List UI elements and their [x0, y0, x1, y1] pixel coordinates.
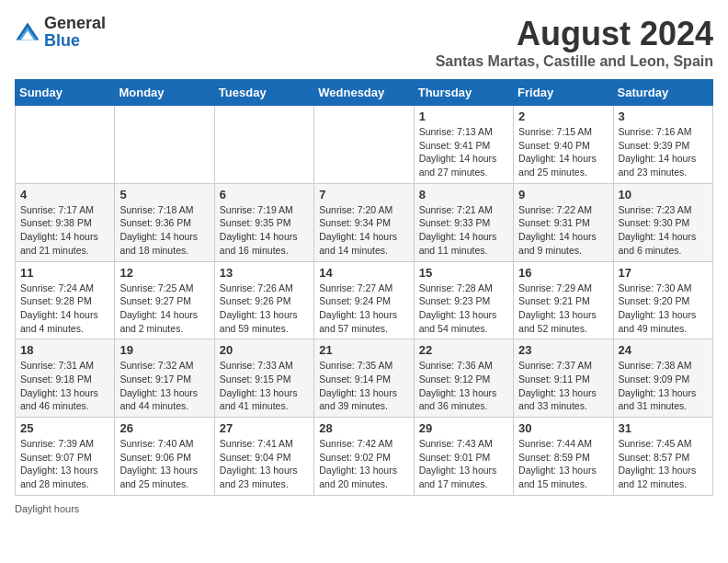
calendar-header-cell: Tuesday: [214, 80, 313, 106]
day-number: 4: [20, 188, 109, 201]
day-detail: Sunrise: 7:20 AM Sunset: 9:34 PM Dayligh…: [319, 203, 408, 258]
day-detail: Sunrise: 7:21 AM Sunset: 9:33 PM Dayligh…: [419, 203, 508, 258]
calendar-week-row: 4Sunrise: 7:17 AM Sunset: 9:38 PM Daylig…: [16, 183, 713, 261]
calendar-header-cell: Friday: [514, 80, 613, 106]
logo-blue: Blue: [44, 31, 80, 50]
day-number: 20: [220, 343, 309, 357]
day-detail: Sunrise: 7:24 AM Sunset: 9:28 PM Dayligh…: [20, 282, 109, 336]
calendar-cell: 20Sunrise: 7:33 AM Sunset: 9:15 PM Dayli…: [214, 339, 313, 418]
calendar-cell: 13Sunrise: 7:26 AM Sunset: 9:26 PM Dayli…: [214, 261, 313, 339]
day-detail: Sunrise: 7:37 AM Sunset: 9:11 PM Dayligh…: [518, 359, 608, 413]
calendar-cell: 19Sunrise: 7:32 AM Sunset: 9:17 PM Dayli…: [115, 339, 214, 418]
calendar-cell: [314, 106, 414, 184]
day-detail: Sunrise: 7:44 AM Sunset: 8:59 PM Dayligh…: [518, 437, 608, 491]
calendar-cell: 24Sunrise: 7:38 AM Sunset: 9:09 PM Dayli…: [613, 339, 712, 418]
day-detail: Sunrise: 7:16 AM Sunset: 9:39 PM Dayligh…: [619, 125, 708, 179]
day-number: 19: [119, 343, 209, 357]
day-number: 26: [119, 421, 209, 435]
calendar-cell: 26Sunrise: 7:40 AM Sunset: 9:06 PM Dayli…: [115, 418, 214, 496]
day-detail: Sunrise: 7:30 AM Sunset: 9:20 PM Dayligh…: [619, 282, 708, 336]
calendar-header-cell: Wednesday: [314, 80, 414, 106]
calendar-cell: [115, 106, 214, 184]
day-detail: Sunrise: 7:15 AM Sunset: 9:40 PM Dayligh…: [518, 125, 608, 179]
day-number: 24: [619, 343, 708, 357]
day-number: 1: [419, 109, 508, 123]
calendar-cell: 1Sunrise: 7:13 AM Sunset: 9:41 PM Daylig…: [414, 106, 513, 184]
day-number: 13: [220, 266, 309, 280]
day-detail: Sunrise: 7:13 AM Sunset: 9:41 PM Dayligh…: [419, 125, 508, 179]
calendar-header-cell: Saturday: [613, 80, 712, 106]
calendar-cell: 14Sunrise: 7:27 AM Sunset: 9:24 PM Dayli…: [314, 261, 414, 339]
day-number: 30: [518, 421, 608, 435]
footer-note: Daylight hours: [15, 503, 713, 514]
calendar-header-cell: Sunday: [16, 80, 115, 106]
day-number: 21: [319, 343, 408, 357]
calendar-cell: 6Sunrise: 7:19 AM Sunset: 9:35 PM Daylig…: [214, 183, 313, 261]
day-number: 28: [319, 421, 408, 435]
day-number: 17: [619, 266, 708, 280]
day-detail: Sunrise: 7:39 AM Sunset: 9:07 PM Dayligh…: [20, 437, 109, 491]
day-detail: Sunrise: 7:43 AM Sunset: 9:01 PM Dayligh…: [419, 437, 508, 491]
main-title: August 2024: [436, 15, 713, 53]
day-number: 8: [419, 188, 508, 201]
calendar-cell: 27Sunrise: 7:41 AM Sunset: 9:04 PM Dayli…: [214, 418, 313, 496]
day-number: 3: [619, 109, 708, 123]
calendar-cell: 16Sunrise: 7:29 AM Sunset: 9:21 PM Dayli…: [514, 261, 613, 339]
day-number: 31: [619, 421, 708, 435]
calendar-cell: 15Sunrise: 7:28 AM Sunset: 9:23 PM Dayli…: [414, 261, 513, 339]
calendar-cell: 22Sunrise: 7:36 AM Sunset: 9:12 PM Dayli…: [414, 339, 513, 418]
day-number: 7: [319, 188, 408, 201]
day-detail: Sunrise: 7:31 AM Sunset: 9:18 PM Dayligh…: [20, 359, 109, 413]
calendar-cell: 18Sunrise: 7:31 AM Sunset: 9:18 PM Dayli…: [16, 339, 115, 418]
calendar-week-row: 18Sunrise: 7:31 AM Sunset: 9:18 PM Dayli…: [16, 339, 713, 418]
day-number: 11: [20, 266, 109, 280]
day-number: 14: [319, 266, 408, 280]
calendar-cell: [16, 106, 115, 184]
logo: General Blue: [15, 15, 106, 50]
day-detail: Sunrise: 7:28 AM Sunset: 9:23 PM Dayligh…: [419, 282, 508, 336]
calendar-cell: [214, 106, 313, 184]
subtitle: Santas Martas, Castille and Leon, Spain: [436, 53, 713, 70]
header: General Blue August 2024 Santas Martas, …: [15, 15, 713, 70]
day-detail: Sunrise: 7:42 AM Sunset: 9:02 PM Dayligh…: [319, 437, 408, 491]
day-number: 5: [119, 188, 209, 201]
calendar-cell: 10Sunrise: 7:23 AM Sunset: 9:30 PM Dayli…: [613, 183, 712, 261]
calendar-cell: 7Sunrise: 7:20 AM Sunset: 9:34 PM Daylig…: [314, 183, 414, 261]
calendar-cell: 3Sunrise: 7:16 AM Sunset: 9:39 PM Daylig…: [613, 106, 712, 184]
calendar-week-row: 1Sunrise: 7:13 AM Sunset: 9:41 PM Daylig…: [16, 106, 713, 184]
calendar-header-cell: Monday: [115, 80, 214, 106]
day-number: 9: [518, 188, 608, 201]
calendar-cell: 11Sunrise: 7:24 AM Sunset: 9:28 PM Dayli…: [16, 261, 115, 339]
day-detail: Sunrise: 7:45 AM Sunset: 8:57 PM Dayligh…: [619, 437, 708, 491]
day-number: 2: [518, 109, 608, 123]
day-detail: Sunrise: 7:32 AM Sunset: 9:17 PM Dayligh…: [119, 359, 209, 413]
day-detail: Sunrise: 7:41 AM Sunset: 9:04 PM Dayligh…: [220, 437, 309, 491]
calendar: SundayMondayTuesdayWednesdayThursdayFrid…: [15, 79, 713, 496]
day-number: 23: [518, 343, 608, 357]
calendar-cell: 5Sunrise: 7:18 AM Sunset: 9:36 PM Daylig…: [115, 183, 214, 261]
day-number: 15: [419, 266, 508, 280]
day-number: 6: [220, 188, 309, 201]
calendar-cell: 28Sunrise: 7:42 AM Sunset: 9:02 PM Dayli…: [314, 418, 414, 496]
calendar-cell: 9Sunrise: 7:22 AM Sunset: 9:31 PM Daylig…: [514, 183, 613, 261]
calendar-cell: 2Sunrise: 7:15 AM Sunset: 9:40 PM Daylig…: [514, 106, 613, 184]
day-number: 25: [20, 421, 109, 435]
calendar-cell: 31Sunrise: 7:45 AM Sunset: 8:57 PM Dayli…: [613, 418, 712, 496]
day-detail: Sunrise: 7:17 AM Sunset: 9:38 PM Dayligh…: [20, 203, 109, 258]
title-area: August 2024 Santas Martas, Castille and …: [436, 15, 713, 70]
day-detail: Sunrise: 7:35 AM Sunset: 9:14 PM Dayligh…: [319, 359, 408, 413]
day-detail: Sunrise: 7:23 AM Sunset: 9:30 PM Dayligh…: [619, 203, 708, 258]
day-detail: Sunrise: 7:26 AM Sunset: 9:26 PM Dayligh…: [220, 282, 309, 336]
day-detail: Sunrise: 7:19 AM Sunset: 9:35 PM Dayligh…: [220, 203, 309, 258]
day-detail: Sunrise: 7:27 AM Sunset: 9:24 PM Dayligh…: [319, 282, 408, 336]
day-number: 18: [20, 343, 109, 357]
calendar-cell: 29Sunrise: 7:43 AM Sunset: 9:01 PM Dayli…: [414, 418, 513, 496]
calendar-cell: 21Sunrise: 7:35 AM Sunset: 9:14 PM Dayli…: [314, 339, 414, 418]
logo-general: General: [44, 14, 106, 32]
day-number: 12: [119, 266, 209, 280]
calendar-cell: 8Sunrise: 7:21 AM Sunset: 9:33 PM Daylig…: [414, 183, 513, 261]
calendar-header-cell: Thursday: [414, 80, 513, 106]
day-detail: Sunrise: 7:33 AM Sunset: 9:15 PM Dayligh…: [220, 359, 309, 413]
calendar-cell: 4Sunrise: 7:17 AM Sunset: 9:38 PM Daylig…: [16, 183, 115, 261]
calendar-cell: 25Sunrise: 7:39 AM Sunset: 9:07 PM Dayli…: [16, 418, 115, 496]
